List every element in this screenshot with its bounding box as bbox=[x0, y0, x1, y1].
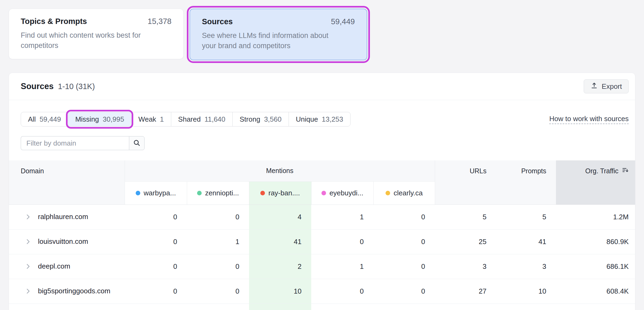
tab-shared-count: 11,640 bbox=[204, 115, 225, 124]
clearly-dot-icon bbox=[386, 191, 390, 195]
column-header-urls[interactable]: URLs bbox=[435, 160, 496, 181]
org-traffic-label: Org. Traffic bbox=[585, 167, 618, 175]
zennioptical-dot-icon bbox=[197, 191, 202, 195]
domain-name[interactable]: deepl.com bbox=[38, 262, 70, 271]
sources-panel: Sources 1-10 (31K) Export All 59,449 Mis… bbox=[9, 73, 635, 310]
view-switcher: Topics & Prompts 15,378 Find out which c… bbox=[9, 9, 635, 60]
prompts-count: 10 bbox=[496, 279, 556, 304]
panel-header: Sources 1-10 (31K) Export bbox=[9, 73, 635, 100]
card-topics-prompts[interactable]: Topics & Prompts 15,378 Find out which c… bbox=[9, 9, 184, 59]
domain-name[interactable]: louisvuitton.com bbox=[38, 237, 88, 246]
urls-count: 5 bbox=[435, 205, 496, 229]
competitor-name: warbypa... bbox=[144, 189, 176, 197]
org-traffic-value: 860.9K bbox=[556, 229, 635, 254]
column-header-domain: Domain bbox=[9, 160, 125, 181]
tab-weak-label: Weak bbox=[138, 115, 156, 124]
mention-count: 0 bbox=[311, 279, 373, 304]
card-sources[interactable]: Sources 59,449 See where LLMs find infor… bbox=[190, 9, 367, 60]
mention-count: 0 bbox=[311, 229, 373, 254]
sort-descending-icon bbox=[622, 167, 629, 175]
search-icon bbox=[133, 139, 141, 148]
urls-count: 25 bbox=[435, 229, 496, 254]
column-header-prompts[interactable]: Prompts bbox=[496, 160, 556, 181]
tab-unique-label: Unique bbox=[296, 115, 318, 124]
mention-count: 1 bbox=[311, 205, 373, 229]
page-title: Sources bbox=[21, 82, 54, 91]
mention-count-highlighted: 4 bbox=[249, 205, 311, 229]
competitor-header-rayban: ray-ban.... bbox=[249, 181, 311, 205]
table-row[interactable]: ralphlauren.com 0 0 4 1 0 5 5 1.2M bbox=[9, 205, 635, 229]
table-row[interactable]: deepl.com 0 0 2 1 0 3 3 686.1K bbox=[9, 254, 635, 279]
filter-toolbar: All 59,449 Missing 30,995 Weak 1 Shared … bbox=[9, 100, 635, 126]
competitor-name: clearly.ca bbox=[394, 189, 423, 197]
org-traffic-value: 686.1K bbox=[556, 254, 635, 279]
mention-count: 0 bbox=[125, 229, 187, 254]
tab-missing[interactable]: Missing 30,995 bbox=[68, 112, 131, 126]
mention-count: 0 bbox=[373, 229, 435, 254]
expand-chevron-icon[interactable] bbox=[24, 288, 32, 295]
mention-count-highlighted: 10 bbox=[249, 279, 311, 304]
mention-count: 0 bbox=[187, 205, 249, 229]
mention-count-highlighted: 41 bbox=[249, 229, 311, 254]
org-traffic-value: 608.4K bbox=[556, 279, 635, 304]
prompts-count: 5 bbox=[496, 205, 556, 229]
export-label: Export bbox=[602, 82, 622, 91]
mention-count: 0 bbox=[373, 254, 435, 279]
tab-shared[interactable]: Shared 11,640 bbox=[171, 112, 232, 126]
mention-count: 0 bbox=[187, 254, 249, 279]
expand-chevron-icon[interactable] bbox=[24, 263, 32, 270]
eyebuydirect-dot-icon bbox=[321, 191, 326, 195]
panel-title-group: Sources 1-10 (31K) bbox=[21, 82, 95, 91]
header-spacer-domain bbox=[9, 181, 125, 205]
tab-unique[interactable]: Unique 13,253 bbox=[289, 112, 350, 126]
tab-all-count: 59,449 bbox=[40, 115, 61, 124]
tab-weak[interactable]: Weak 1 bbox=[131, 112, 171, 126]
domain-filter bbox=[9, 126, 635, 160]
prompts-count: 41 bbox=[496, 229, 556, 254]
tab-weak-count: 1 bbox=[160, 115, 164, 124]
export-button[interactable]: Export bbox=[584, 79, 629, 93]
mention-count: 0 bbox=[125, 254, 187, 279]
table-row-partial[interactable] bbox=[9, 304, 635, 310]
expand-chevron-icon[interactable] bbox=[24, 238, 32, 245]
card-sources-description: See where LLMs find information about yo… bbox=[202, 30, 339, 51]
tab-unique-count: 13,253 bbox=[322, 115, 343, 124]
mention-count: 0 bbox=[373, 279, 435, 304]
competitor-name: ray-ban.... bbox=[268, 189, 300, 197]
competitor-name: eyebuydi... bbox=[330, 189, 363, 197]
column-header-org-traffic[interactable]: Org. Traffic bbox=[556, 160, 635, 181]
expand-chevron-icon[interactable] bbox=[24, 213, 32, 220]
domain-filter-search-button[interactable] bbox=[129, 136, 145, 150]
competitor-header-warbyparker: warbypa... bbox=[125, 181, 187, 205]
domain-filter-input[interactable] bbox=[21, 136, 129, 150]
urls-count: 3 bbox=[435, 254, 496, 279]
sources-table: Domain Mentions URLs Prompts Org. Traffi… bbox=[9, 160, 635, 310]
mention-count: 0 bbox=[373, 205, 435, 229]
tab-strong[interactable]: Strong 3,560 bbox=[232, 112, 289, 126]
card-sources-title: Sources bbox=[202, 17, 233, 26]
org-traffic-value: 1.2M bbox=[556, 205, 635, 229]
table-row[interactable]: big5sportinggoods.com 0 0 10 0 0 27 10 6… bbox=[9, 279, 635, 304]
tab-all-label: All bbox=[28, 115, 36, 124]
urls-count: 27 bbox=[435, 279, 496, 304]
competitor-name: zenniopti... bbox=[205, 189, 239, 197]
competitor-header-clearly: clearly.ca bbox=[373, 181, 435, 205]
card-topics-count: 15,378 bbox=[148, 17, 172, 26]
page: Topics & Prompts 15,378 Find out which c… bbox=[0, 0, 644, 310]
how-to-work-with-sources-link[interactable]: How to work with sources bbox=[549, 115, 629, 124]
domain-name[interactable]: big5sportinggoods.com bbox=[38, 287, 110, 296]
card-topics-head: Topics & Prompts 15,378 bbox=[21, 17, 172, 26]
table-row[interactable]: louisvuitton.com 0 1 41 0 0 25 41 860.9K bbox=[9, 229, 635, 254]
tab-strong-label: Strong bbox=[240, 115, 260, 124]
tab-shared-label: Shared bbox=[178, 115, 201, 124]
competitor-header-zennioptical: zenniopti... bbox=[187, 181, 249, 205]
mention-count: 1 bbox=[311, 254, 373, 279]
warbyparker-dot-icon bbox=[136, 191, 140, 195]
mention-count: 0 bbox=[125, 279, 187, 304]
card-sources-count: 59,449 bbox=[331, 17, 355, 26]
tab-strong-count: 3,560 bbox=[264, 115, 282, 124]
column-header-mentions: Mentions bbox=[125, 160, 435, 181]
tab-all[interactable]: All 59,449 bbox=[21, 112, 68, 126]
tab-missing-count: 30,995 bbox=[103, 115, 124, 124]
domain-name[interactable]: ralphlauren.com bbox=[38, 212, 88, 221]
